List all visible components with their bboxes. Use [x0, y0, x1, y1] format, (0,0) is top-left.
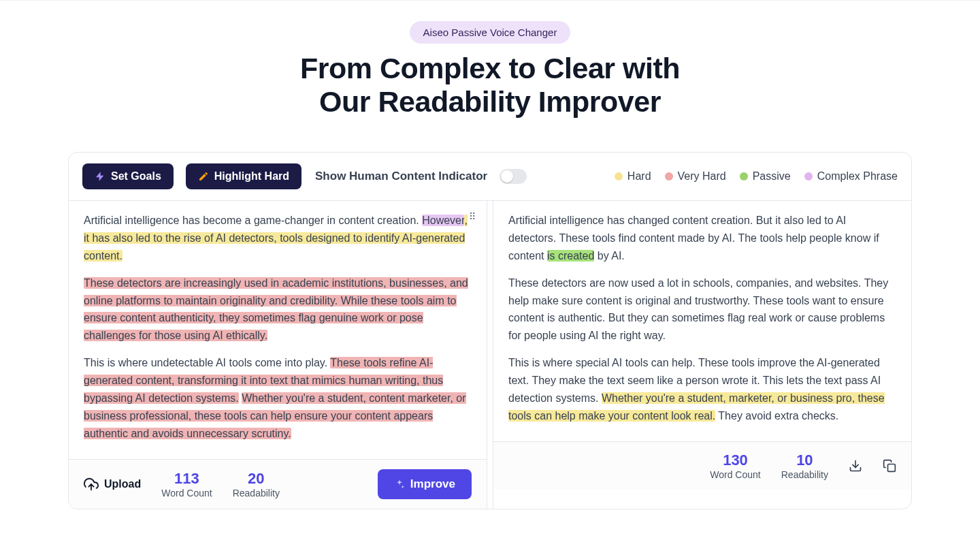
human-indicator-label: Show Human Content Indicator [315, 170, 487, 183]
legend-passive-label: Passive [753, 170, 791, 183]
set-goals-label: Set Goals [111, 170, 161, 183]
highlight-hard-button[interactable]: Highlight Hard [186, 163, 301, 189]
dot-icon [665, 172, 673, 180]
pencil-icon [198, 171, 209, 182]
readability-value: 10 [781, 452, 828, 469]
word-count-value: 130 [710, 452, 760, 469]
panes: ⠿ Artificial intelligence has become a g… [69, 200, 911, 509]
word-count-label: Word Count [161, 488, 212, 499]
highlight-very-hard: These detectors are increasingly used in… [84, 277, 468, 342]
improve-button[interactable]: Improve [378, 469, 472, 499]
word-count-stat: 130 Word Count [710, 452, 760, 480]
legend-very-hard-label: Very Hard [678, 170, 726, 183]
legend-hard: Hard [615, 170, 651, 183]
upload-button[interactable]: Upload [84, 477, 141, 492]
dot-icon [740, 172, 748, 180]
title-line-1: From Complex to Clear with [300, 52, 680, 84]
human-indicator-toggle[interactable] [500, 169, 527, 184]
text-plain: This is where undetectable AI tools come… [84, 357, 330, 368]
highlight-passive: is created [547, 250, 594, 262]
legend-hard-label: Hard [627, 170, 651, 183]
lightning-icon [95, 171, 105, 182]
page-title: From Complex to Clear with Our Readabili… [300, 52, 680, 119]
word-count-label: Word Count [710, 469, 760, 480]
legend: Hard Very Hard Passive Complex Phrase [615, 170, 898, 183]
highlight-hard-label: Highlight Hard [214, 170, 289, 183]
input-text[interactable]: ⠿ Artificial intelligence has become a g… [69, 201, 487, 459]
text-plain: These detectors are now used a lot in sc… [508, 277, 888, 342]
toolbar: Set Goals Highlight Hard Show Human Cont… [69, 153, 911, 200]
improve-label: Improve [410, 477, 455, 491]
output-footer: 130 Word Count 10 Readability [493, 441, 911, 490]
readability-value: 20 [233, 470, 280, 488]
readability-label: Readability [781, 469, 828, 480]
sparkle-icon [394, 479, 405, 490]
editor-panel: Set Goals Highlight Hard Show Human Cont… [68, 152, 912, 509]
product-badge: Aiseo Passive Voice Changer [410, 21, 571, 44]
dot-icon [804, 172, 813, 180]
readability-stat: 10 Readability [781, 452, 828, 480]
word-count-stat: 113 Word Count [161, 470, 212, 499]
word-count-value: 113 [161, 470, 212, 488]
legend-complex: Complex Phrase [804, 170, 898, 183]
text-plain: Artificial intelligence has become a gam… [84, 215, 422, 226]
output-pane: Artificial intelligence has changed cont… [493, 201, 911, 509]
input-footer: Upload 113 Word Count 20 Readability [69, 459, 487, 509]
download-button[interactable] [849, 459, 862, 473]
readability-label: Readability [233, 488, 280, 499]
title-line-2: Our Readability Improver [319, 85, 661, 118]
drag-handle-icon[interactable]: ⠿ [469, 212, 477, 221]
text-plain: by AI. [594, 250, 624, 262]
highlight-complex: However [422, 215, 464, 226]
copy-button[interactable] [883, 459, 896, 473]
cloud-upload-icon [84, 477, 99, 492]
upload-label: Upload [104, 478, 141, 490]
svg-rect-1 [888, 464, 896, 471]
readability-stat: 20 Readability [233, 470, 280, 499]
text-plain: They avoid extra checks. [715, 410, 838, 422]
legend-very-hard: Very Hard [665, 170, 726, 183]
legend-passive: Passive [740, 170, 791, 183]
set-goals-button[interactable]: Set Goals [82, 163, 174, 189]
legend-complex-label: Complex Phrase [817, 170, 898, 183]
input-pane: ⠿ Artificial intelligence has become a g… [69, 201, 487, 509]
dot-icon [615, 172, 623, 180]
output-text[interactable]: Artificial intelligence has changed cont… [493, 201, 911, 441]
